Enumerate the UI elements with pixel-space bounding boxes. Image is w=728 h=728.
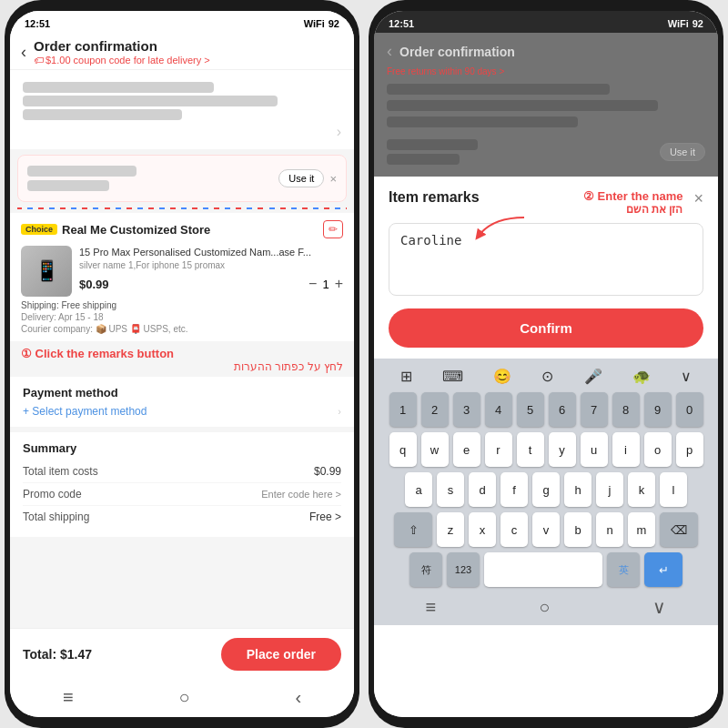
- screen-content-left: › Use it × Choice: [10, 70, 354, 628]
- status-bar-left: 12:51 WiFi 92: [10, 11, 354, 33]
- home-nav-button-left[interactable]: ○: [178, 687, 189, 708]
- dashed-separator: [17, 207, 347, 209]
- kb-shift-key[interactable]: ⇧: [394, 512, 432, 547]
- back-nav-button-right[interactable]: ∨: [652, 596, 666, 618]
- use-it-button[interactable]: Use it: [278, 169, 324, 187]
- kb-key-e[interactable]: e: [453, 432, 480, 467]
- kb-key-7[interactable]: 7: [581, 392, 608, 427]
- place-order-button[interactable]: Place order: [221, 638, 341, 671]
- shipping-value[interactable]: Free >: [309, 511, 341, 523]
- kb-key-u[interactable]: u: [581, 432, 608, 467]
- promo-label: Promo code: [23, 488, 82, 500]
- kb-key-5[interactable]: 5: [517, 392, 544, 427]
- kb-key-9[interactable]: 9: [644, 392, 672, 427]
- kb-cursor-icon[interactable]: ⊙: [541, 368, 553, 385]
- kb-123-key[interactable]: 123: [447, 552, 480, 587]
- kb-collapse-icon[interactable]: ∨: [681, 368, 692, 385]
- kb-key-1[interactable]: 1: [389, 392, 417, 427]
- status-bar-right: 12:51 WiFi 92: [374, 11, 718, 33]
- kb-key-h[interactable]: h: [564, 472, 592, 507]
- remarks-input-field[interactable]: [389, 223, 703, 296]
- wifi-icon-right: WiFi: [668, 18, 689, 29]
- kb-special-icon[interactable]: 🐢: [632, 368, 651, 385]
- close-coupon-icon[interactable]: ×: [329, 172, 337, 186]
- kb-key-w[interactable]: w: [421, 432, 449, 467]
- blur-line-1: [23, 82, 214, 93]
- kb-return-key[interactable]: ↵: [644, 552, 682, 587]
- kb-grid-icon[interactable]: ⊞: [400, 368, 412, 385]
- bottom-nav-right: ≡ ○ ∨: [374, 591, 718, 625]
- keyboard-toolbar: ⊞ ⌨ 😊 ⊙ 🎤 🐢 ∨: [378, 364, 714, 389]
- kb-number-row: 1 2 3 4 5 6 7 8 9 0: [378, 392, 714, 427]
- kb-key-l[interactable]: l: [660, 472, 687, 507]
- kb-space-key[interactable]: [484, 552, 602, 587]
- kb-key-i[interactable]: i: [612, 432, 640, 467]
- courier-info: Courier company: 📦 UPS 📮 USPS, etc.: [21, 324, 343, 334]
- kb-symbol-key[interactable]: 符: [410, 552, 442, 587]
- kb-keyboard-icon[interactable]: ⌨: [442, 368, 463, 385]
- kb-key-3[interactable]: 3: [453, 392, 480, 427]
- kb-key-b[interactable]: b: [564, 512, 592, 547]
- edit-remarks-button[interactable]: ✏: [323, 220, 343, 238]
- kb-key-t[interactable]: t: [517, 432, 544, 467]
- coupon-icon: 🏷: [34, 55, 44, 66]
- kb-key-z[interactable]: z: [437, 512, 464, 547]
- kb-delete-key[interactable]: ⌫: [660, 512, 698, 547]
- promo-value[interactable]: Enter code here >: [261, 489, 341, 500]
- kb-key-0[interactable]: 0: [676, 392, 703, 427]
- modal-close-button[interactable]: ×: [693, 189, 703, 208]
- page-title-right: Order confirmation: [399, 45, 515, 59]
- kb-key-s[interactable]: s: [437, 472, 464, 507]
- kb-key-d[interactable]: d: [469, 472, 496, 507]
- kb-emoji-icon[interactable]: 😊: [493, 368, 511, 385]
- kb-key-g[interactable]: g: [532, 472, 560, 507]
- kb-key-m[interactable]: m: [628, 512, 655, 547]
- home-nav-button-right[interactable]: ○: [539, 597, 550, 618]
- kb-key-6[interactable]: 6: [549, 392, 576, 427]
- total-amount: Total: $1.47: [23, 647, 92, 662]
- dim-blur-5: [387, 154, 460, 165]
- kb-key-p[interactable]: p: [676, 432, 703, 467]
- confirm-button[interactable]: Confirm: [389, 308, 703, 348]
- price-row: $0.99 − 1 +: [79, 276, 343, 292]
- kb-english-key[interactable]: 英: [607, 552, 640, 587]
- kb-asdf-row: a s d f g h j k l: [378, 472, 714, 507]
- kb-key-j[interactable]: j: [596, 472, 623, 507]
- qty-increase-button[interactable]: +: [335, 276, 343, 292]
- kb-key-r[interactable]: r: [485, 432, 512, 467]
- dim-blur-2: [387, 100, 658, 111]
- use-it-button-right[interactable]: Use it: [660, 143, 705, 161]
- product-variant: silver name 1,For iphone 15 promax: [79, 260, 343, 270]
- back-button-left[interactable]: ‹: [21, 43, 26, 62]
- product-row: 15 Pro Max Personalised Customized Nam..…: [21, 246, 343, 297]
- kb-key-y[interactable]: y: [549, 432, 576, 467]
- kb-mic-icon[interactable]: 🎤: [584, 368, 602, 385]
- kb-key-c[interactable]: c: [500, 512, 528, 547]
- choice-badge: Choice: [21, 224, 57, 235]
- shipping-info: Shipping: Free shipping: [21, 300, 343, 310]
- returns-subtitle: Free returns within 90 days >: [387, 66, 705, 76]
- kb-key-k[interactable]: k: [628, 472, 655, 507]
- store-section: Choice Real Me Customized Store ✏ 15 Pro…: [10, 213, 354, 341]
- kb-key-v[interactable]: v: [532, 512, 560, 547]
- qty-decrease-button[interactable]: −: [308, 276, 317, 292]
- kb-key-o[interactable]: o: [644, 432, 672, 467]
- bottom-nav-left: ≡ ○ ‹: [10, 680, 354, 717]
- product-info: 15 Pro Max Personalised Customized Nam..…: [79, 246, 343, 292]
- back-nav-button-left[interactable]: ‹: [295, 687, 301, 708]
- kb-key-q[interactable]: q: [389, 432, 417, 467]
- kb-key-4[interactable]: 4: [485, 392, 512, 427]
- kb-key-x[interactable]: x: [469, 512, 496, 547]
- kb-key-2[interactable]: 2: [421, 392, 449, 427]
- back-button-right[interactable]: ‹: [387, 42, 392, 61]
- menu-nav-button-left[interactable]: ≡: [63, 687, 74, 708]
- kb-key-8[interactable]: 8: [612, 392, 640, 427]
- annotation-2-en: ② Enter the name: [583, 189, 683, 203]
- chevron-right-icon[interactable]: ›: [337, 124, 341, 139]
- kb-key-f[interactable]: f: [500, 472, 528, 507]
- menu-nav-button-right[interactable]: ≡: [426, 597, 437, 618]
- kb-key-n[interactable]: n: [596, 512, 623, 547]
- select-payment-link[interactable]: + Select payment method: [23, 405, 147, 418]
- annotation-2-he: הזן את השם: [583, 203, 683, 216]
- kb-key-a[interactable]: a: [405, 472, 432, 507]
